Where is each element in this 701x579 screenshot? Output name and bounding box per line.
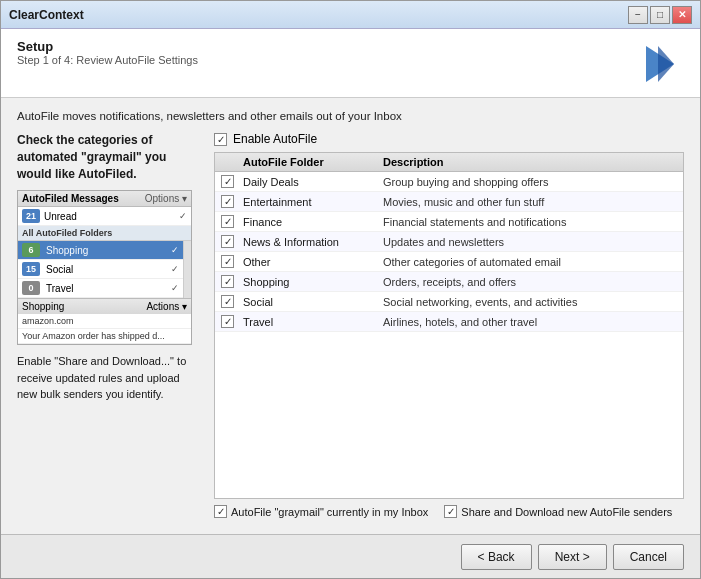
enable-autofile-checkbox[interactable] <box>214 133 227 146</box>
header-text: Setup Step 1 of 4: Review AutoFile Setti… <box>17 39 198 66</box>
row-desc-0: Group buying and shopping offers <box>383 176 677 188</box>
row-check-2 <box>221 215 243 228</box>
row-folder-3: News & Information <box>243 236 383 248</box>
row-desc-1: Movies, music and other fun stuff <box>383 196 677 208</box>
cancel-button[interactable]: Cancel <box>613 544 684 570</box>
autofile-table: AutoFile Folder Description Daily Deals … <box>214 152 684 499</box>
shopping-check: ✓ <box>171 245 179 255</box>
mock-email-preview: Your Amazon order has shipped d... <box>18 329 191 344</box>
social-label: Social <box>46 264 73 275</box>
shopping-label: Shopping <box>46 245 88 256</box>
unread-check: ✓ <box>179 211 187 221</box>
autofile-description: AutoFile moves notifications, newsletter… <box>17 110 684 122</box>
unread-label: Unread <box>44 211 77 222</box>
row-folder-7: Travel <box>243 316 383 328</box>
share-download-label: Share and Download new AutoFile senders <box>461 506 672 518</box>
row-checkbox-1[interactable] <box>221 195 234 208</box>
mock-unread-row: 21 Unread ✓ <box>18 207 191 226</box>
left-panel-title: Check the categories of automated "graym… <box>17 132 202 182</box>
mock-actions-btn: Actions ▾ <box>146 301 187 312</box>
back-button[interactable]: < Back <box>461 544 532 570</box>
table-body: Daily Deals Group buying and shopping of… <box>215 172 683 498</box>
unread-badge: 21 <box>22 209 40 223</box>
footer: < Back Next > Cancel <box>1 534 700 578</box>
mock-toolbar-title: AutoFiled Messages <box>22 193 119 204</box>
row-checkbox-6[interactable] <box>221 295 234 308</box>
mock-app-preview: AutoFiled Messages Options ▾ 21 Unread ✓… <box>17 190 192 345</box>
main-content: Check the categories of automated "graym… <box>17 132 684 522</box>
autofile-inbox-label: AutoFile "graymail" currently in my Inbo… <box>231 506 428 518</box>
svg-marker-1 <box>658 46 674 82</box>
table-row: Entertainment Movies, music and other fu… <box>215 192 683 212</box>
travel-check: ✓ <box>171 283 179 293</box>
share-download-checkbox[interactable] <box>444 505 457 518</box>
row-folder-1: Entertainment <box>243 196 383 208</box>
share-download-row: Share and Download new AutoFile senders <box>444 505 672 518</box>
table-row: Social Social networking, events, and ac… <box>215 292 683 312</box>
row-folder-4: Other <box>243 256 383 268</box>
mock-scrollbar <box>183 241 191 298</box>
row-desc-2: Financial statements and notifications <box>383 216 677 228</box>
mock-email-sender: amazon.com <box>18 314 191 329</box>
row-check-0 <box>221 175 243 188</box>
mock-folder-travel: 0 Travel ✓ <box>18 279 183 298</box>
left-bottom-text: Enable "Share and Download..." to receiv… <box>17 353 202 403</box>
row-checkbox-7[interactable] <box>221 315 234 328</box>
setup-title: Setup <box>17 39 198 54</box>
table-row: News & Information Updates and newslette… <box>215 232 683 252</box>
mock-actions-label: Shopping <box>22 301 64 312</box>
title-bar: ClearContext − □ ✕ <box>1 1 700 29</box>
shopping-badge: 6 <box>22 243 40 257</box>
bottom-checkboxes: AutoFile "graymail" currently in my Inbo… <box>214 499 684 522</box>
row-checkbox-4[interactable] <box>221 255 234 268</box>
next-button[interactable]: Next > <box>538 544 607 570</box>
th-folder: AutoFile Folder <box>243 156 383 168</box>
row-check-1 <box>221 195 243 208</box>
row-desc-4: Other categories of automated email <box>383 256 677 268</box>
row-check-5 <box>221 275 243 288</box>
content-area: AutoFile moves notifications, newsletter… <box>1 98 700 534</box>
window-title: ClearContext <box>9 8 628 22</box>
row-folder-6: Social <box>243 296 383 308</box>
mock-options-btn: Options ▾ <box>145 193 187 204</box>
table-row: Finance Financial statements and notific… <box>215 212 683 232</box>
mock-folders-list: 6 Shopping ✓ 15 Social ✓ 0 T <box>18 241 183 298</box>
autofile-inbox-checkbox[interactable] <box>214 505 227 518</box>
enable-autofile-label: Enable AutoFile <box>233 132 317 146</box>
row-check-7 <box>221 315 243 328</box>
setup-subtitle: Step 1 of 4: Review AutoFile Settings <box>17 54 198 66</box>
right-panel: Enable AutoFile AutoFile Folder Descript… <box>214 132 684 522</box>
row-folder-2: Finance <box>243 216 383 228</box>
row-desc-6: Social networking, events, and activitie… <box>383 296 677 308</box>
row-check-4 <box>221 255 243 268</box>
main-window: ClearContext − □ ✕ Setup Step 1 of 4: Re… <box>0 0 701 579</box>
row-folder-0: Daily Deals <box>243 176 383 188</box>
row-desc-7: Airlines, hotels, and other travel <box>383 316 677 328</box>
row-checkbox-0[interactable] <box>221 175 234 188</box>
travel-badge: 0 <box>22 281 40 295</box>
table-row: Shopping Orders, receipts, and offers <box>215 272 683 292</box>
header-section: Setup Step 1 of 4: Review AutoFile Setti… <box>1 29 700 98</box>
mock-folder-shopping: 6 Shopping ✓ <box>18 241 183 260</box>
left-panel: Check the categories of automated "graym… <box>17 132 202 522</box>
table-row: Travel Airlines, hotels, and other trave… <box>215 312 683 332</box>
row-checkbox-3[interactable] <box>221 235 234 248</box>
row-check-6 <box>221 295 243 308</box>
window-controls: − □ ✕ <box>628 6 692 24</box>
mock-folders-container: 6 Shopping ✓ 15 Social ✓ 0 T <box>18 241 191 298</box>
row-desc-5: Orders, receipts, and offers <box>383 276 677 288</box>
mock-toolbar: AutoFiled Messages Options ▾ <box>18 191 191 207</box>
row-folder-5: Shopping <box>243 276 383 288</box>
close-button[interactable]: ✕ <box>672 6 692 24</box>
minimize-button[interactable]: − <box>628 6 648 24</box>
table-header: AutoFile Folder Description <box>215 153 683 172</box>
social-check: ✓ <box>171 264 179 274</box>
enable-autofile-row: Enable AutoFile <box>214 132 684 146</box>
maximize-button[interactable]: □ <box>650 6 670 24</box>
row-checkbox-5[interactable] <box>221 275 234 288</box>
th-check <box>221 156 243 168</box>
social-badge: 15 <box>22 262 40 276</box>
row-check-3 <box>221 235 243 248</box>
row-checkbox-2[interactable] <box>221 215 234 228</box>
mock-actions-toolbar: Shopping Actions ▾ <box>18 298 191 314</box>
